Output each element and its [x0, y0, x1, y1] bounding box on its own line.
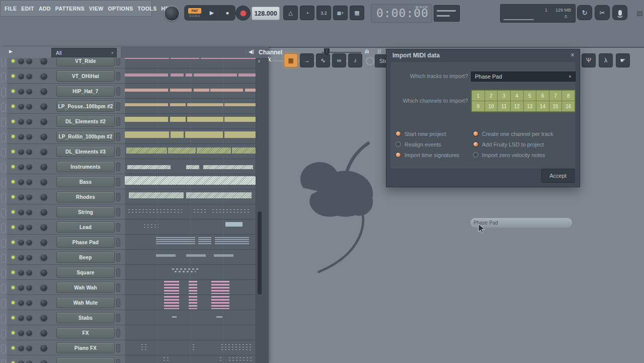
pattern-preview-segment[interactable]	[186, 165, 199, 169]
channel-selector-pill[interactable]	[116, 208, 120, 216]
menu-item-tools[interactable]: TOOLS	[138, 6, 157, 12]
channel-target-knob[interactable]	[40, 314, 47, 321]
midi-channel-cell-5[interactable]: 5	[524, 91, 536, 101]
plugin-picker-button[interactable]: Ψ	[582, 53, 596, 67]
option-start-new-project[interactable]: Start new project	[395, 130, 459, 137]
channel-selector-pill[interactable]	[116, 329, 120, 337]
undo-button[interactable]: ↻	[577, 5, 592, 20]
rack-title-area[interactable]: ⋮⋮ ◀) Channel rack ılı ⠿	[121, 47, 269, 58]
channel-pan-knob[interactable]	[18, 300, 24, 306]
pattern-preview-segment[interactable]	[186, 74, 192, 77]
channel-button-Wah Mute[interactable]: Wah Mute	[56, 297, 115, 308]
radio-unchecked-icon[interactable]	[395, 141, 401, 147]
channel-volume-knob[interactable]	[26, 345, 32, 351]
pattern-preview-segment[interactable]	[189, 296, 197, 309]
option-import-time-signatures[interactable]: Import time signatures	[395, 152, 459, 158]
accept-button[interactable]: Accept	[541, 169, 575, 183]
midi-channel-cell-10[interactable]: 10	[485, 101, 498, 111]
pattern-preview-segment[interactable]	[224, 117, 256, 122]
channel-volume-knob[interactable]	[26, 330, 32, 336]
pattern-preview-segment[interactable]	[172, 268, 198, 270]
keyboard-settings-button[interactable]: ▦	[350, 6, 364, 20]
channel-pan-knob[interactable]	[18, 224, 24, 230]
pattern-preview-segment[interactable]	[225, 222, 243, 227]
channel-button-String[interactable]: String	[56, 206, 115, 217]
channel-filter-dropdown[interactable]: All ▸	[51, 48, 117, 57]
channel-volume-knob[interactable]	[26, 269, 32, 275]
channel-button-Wah Wah[interactable]: Wah Wah	[56, 282, 115, 293]
channel-enable-led[interactable]	[12, 165, 15, 168]
touch-controller-button[interactable]: ☛	[616, 53, 630, 67]
pattern-preview-segment[interactable]	[140, 343, 148, 351]
pattern-preview-segment[interactable]	[189, 281, 197, 294]
channel-volume-knob[interactable]	[26, 284, 32, 291]
channel-enable-led[interactable]	[12, 301, 15, 304]
pattern-preview-segment[interactable]	[170, 103, 186, 106]
channel-volume-knob[interactable]	[26, 300, 32, 306]
menu-item-options[interactable]: OPTIONS	[108, 6, 133, 12]
channel-volume-knob[interactable]	[26, 179, 32, 185]
song-mode-label[interactable]: SONG	[189, 14, 201, 18]
midi-channel-cell-9[interactable]: 9	[472, 101, 485, 111]
pattern-preview-segment[interactable]	[129, 192, 184, 198]
pattern-preview-segment[interactable]	[125, 176, 256, 185]
channel-enable-led[interactable]	[12, 346, 15, 349]
channel-volume-knob[interactable]	[26, 224, 32, 230]
menu-item-edit[interactable]: EDIT	[21, 6, 34, 12]
channel-selector-pill[interactable]	[116, 163, 120, 171]
pattern-preview-segment[interactable]	[172, 316, 177, 318]
midi-channel-cell-11[interactable]: 11	[498, 101, 510, 111]
channel-enable-led[interactable]	[12, 271, 15, 274]
pattern-preview-segment[interactable]	[210, 89, 243, 92]
pattern-preview-segment[interactable]	[245, 89, 256, 92]
channel-button-LP_Rollin_100bpm #2[interactable]: LP_Rollin_100bpm #2	[56, 131, 115, 142]
pattern-preview-segment[interactable]	[126, 148, 167, 154]
radio-checked-icon[interactable]	[395, 152, 401, 158]
record-button[interactable]	[235, 6, 251, 21]
pattern-preview-segment[interactable]	[187, 117, 223, 122]
channel-selector-pill[interactable]	[116, 148, 120, 156]
pattern-preview-segment[interactable]	[170, 117, 186, 122]
loop-record-icon[interactable]	[366, 57, 374, 65]
channel-button-Bass[interactable]: Bass	[56, 176, 115, 187]
channel-target-knob[interactable]	[40, 148, 47, 155]
channel-selector-pill[interactable]	[116, 253, 120, 262]
channel-pan-knob[interactable]	[18, 133, 24, 139]
channel-button-Instruments[interactable]: Instruments	[56, 161, 115, 172]
pattern-preview-segment[interactable]	[156, 237, 195, 244]
channel-volume-knob[interactable]	[26, 149, 32, 155]
radio-checked-icon[interactable]	[473, 131, 478, 136]
channel-selector-pill[interactable]	[116, 359, 120, 363]
channel-selector-pill[interactable]	[116, 58, 120, 65]
typing-to-piano-button[interactable]: ▦	[284, 53, 298, 67]
channel-pan-knob[interactable]	[18, 315, 24, 321]
minimize-box[interactable]	[637, 11, 642, 16]
pattern-preview-segment[interactable]	[197, 148, 231, 154]
channel-selector-pill[interactable]	[116, 87, 120, 96]
typing-keyboard-button[interactable]: ▦+	[333, 6, 348, 20]
channel-volume-knob[interactable]	[26, 209, 32, 215]
midi-channel-cell-3[interactable]: 3	[498, 91, 510, 101]
channel-button-Square[interactable]: Square	[56, 267, 115, 278]
midi-channel-cell-8[interactable]: 8	[562, 91, 575, 101]
menu-item-view[interactable]: VIEW	[89, 6, 103, 12]
channel-button-FX[interactable]: FX	[56, 327, 115, 338]
channel-target-knob[interactable]	[40, 254, 47, 261]
channel-pan-knob[interactable]	[18, 103, 24, 109]
channel-button-VT_Ride[interactable]: VT_Ride	[56, 58, 115, 66]
midi-channel-cell-15[interactable]: 15	[549, 101, 562, 111]
channel-target-knob[interactable]	[40, 284, 47, 291]
pattern-preview-segment[interactable]	[215, 237, 249, 244]
pattern-preview-segment[interactable]	[186, 192, 252, 198]
scroll-up-icon[interactable]: ∧	[258, 59, 261, 63]
channel-pan-knob[interactable]	[18, 330, 24, 336]
channel-button-DL_Elements #2[interactable]: DL_Elements #2	[56, 116, 115, 127]
channel-selector-pill[interactable]	[116, 117, 120, 126]
pattern-preview-segment[interactable]	[228, 356, 252, 360]
pattern-preview-segment[interactable]	[201, 58, 256, 59]
pattern-preview-segment[interactable]	[164, 296, 179, 309]
channel-target-knob[interactable]	[40, 118, 47, 125]
channel-button-Stabs[interactable]: Stabs	[56, 312, 115, 323]
main-volume-knob[interactable]	[164, 6, 180, 21]
pattern-preview-segment[interactable]	[125, 131, 169, 138]
